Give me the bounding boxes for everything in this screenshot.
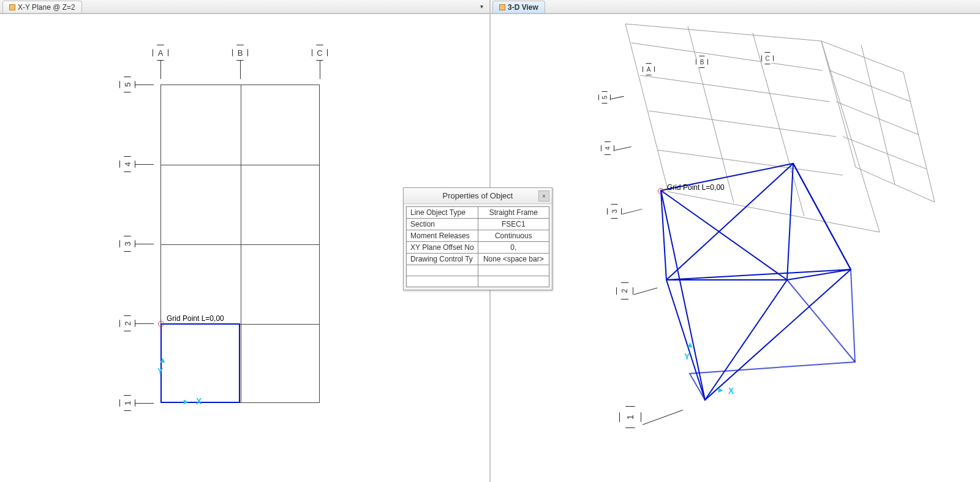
3d-col-bubble-a: A [643, 63, 655, 75]
row-leader [135, 244, 154, 244]
col-bubble-b: B [232, 45, 248, 61]
properties-value[interactable] [478, 265, 549, 276]
plan-gridline-v [241, 85, 241, 402]
tab-label: 3-D View [508, 3, 538, 12]
svg-text:▴: ▴ [687, 339, 693, 349]
col-leader [160, 61, 161, 79]
3d-selected-frames[interactable] [661, 164, 855, 400]
tab-label: X-Y Plane @ Z=2 [18, 3, 75, 12]
grid-icon [9, 4, 15, 10]
properties-row[interactable] [407, 265, 549, 276]
row-bubble-3: 3 [119, 236, 135, 252]
row-bubble-2: 2 [119, 315, 135, 331]
properties-key: XY Plane Offset No [407, 242, 478, 254]
properties-row[interactable]: Drawing Control TyNone <space bar> [407, 254, 549, 265]
3d-row-bubble-1: 1 [619, 406, 641, 428]
properties-value[interactable]: None <space bar> [478, 254, 549, 265]
grid-point-label: Grid Point L=0,00 [167, 314, 224, 323]
properties-row[interactable] [407, 276, 549, 287]
row-leader [135, 164, 154, 165]
properties-row[interactable]: Line Object TypeStraight Frame [407, 207, 549, 219]
arrow-right-icon: ▸ [184, 396, 188, 406]
selected-frame[interactable] [160, 323, 240, 403]
properties-value[interactable]: 0, [478, 242, 549, 254]
close-icon[interactable]: × [538, 190, 549, 201]
properties-table: Line Object TypeStraight FrameSectionFSE… [406, 206, 549, 287]
tabbar-right: 3-D View [490, 0, 980, 13]
properties-value[interactable]: Continuous [478, 230, 549, 242]
row-bubble-1: 1 [119, 395, 135, 411]
col-bubble-c: C [312, 45, 328, 61]
properties-row[interactable]: SectionFSEC1 [407, 219, 549, 230]
properties-key: Moment Releases [407, 230, 478, 242]
row-bubble-4: 4 [119, 156, 135, 172]
axis-x-label: X [196, 396, 202, 406]
properties-key [407, 276, 478, 287]
arrow-up-icon: ▴ [160, 355, 165, 364]
properties-value[interactable]: Straight Frame [478, 207, 549, 219]
tab-3d-view[interactable]: 3-D View [492, 1, 545, 13]
tabbar-left: X-Y Plane @ Z=2 ▾ [0, 0, 490, 13]
3d-selected-grid-point[interactable] [658, 188, 664, 194]
axis-y-label: Y [157, 366, 163, 376]
tab-dropdown-left[interactable]: ▾ [477, 1, 486, 11]
col-leader [240, 61, 241, 79]
3d-row-bubble-5: 5 [598, 91, 611, 104]
properties-value[interactable]: FSEC1 [478, 219, 549, 230]
properties-key: Section [407, 219, 478, 230]
col-bubble-a: A [153, 45, 168, 61]
properties-titlebar[interactable]: Properties of Object × [404, 188, 552, 204]
plan-gridline-h [161, 244, 319, 245]
properties-row[interactable]: XY Plane Offset No0, [407, 242, 549, 254]
grid-icon [499, 4, 505, 10]
properties-key [407, 265, 478, 276]
properties-title-text: Properties of Object [443, 191, 513, 200]
row-leader [135, 403, 154, 404]
row-bubble-5: 5 [119, 77, 135, 92]
properties-key: Drawing Control Ty [407, 254, 478, 265]
pane-3d-view[interactable]: Y ▴ X ▸ Grid Point L=0,00 A B C 5 4 3 2 … [491, 13, 980, 482]
properties-row[interactable]: Moment ReleasesContinuous [407, 230, 549, 242]
row-leader [135, 85, 154, 85]
svg-text:X: X [728, 386, 734, 396]
3d-canvas[interactable]: Y ▴ X ▸ [491, 14, 980, 482]
col-leader [320, 61, 320, 79]
properties-window[interactable]: Properties of Object × Line Object TypeS… [403, 187, 552, 290]
3d-col-bubble-c: C [761, 52, 774, 64]
3d-gridlines [625, 24, 935, 232]
selected-grid-point[interactable] [158, 321, 164, 327]
3d-grid-point-label: Grid Point L=0,00 [667, 183, 725, 192]
row-leader [135, 323, 154, 324]
3d-col-bubble-b: B [696, 56, 708, 68]
svg-text:Y: Y [684, 352, 690, 361]
tab-xy-plane[interactable]: X-Y Plane @ Z=2 [2, 1, 82, 13]
properties-value[interactable] [478, 276, 549, 287]
plan-gridline-h [161, 165, 319, 165]
svg-text:▸: ▸ [718, 385, 723, 394]
properties-key: Line Object Type [407, 207, 478, 219]
